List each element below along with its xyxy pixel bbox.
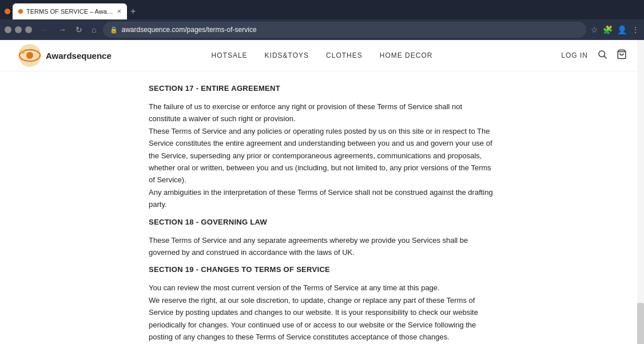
svg-point-2 xyxy=(26,52,33,59)
logo-text: Awardsequence xyxy=(46,51,112,61)
back-button[interactable]: ← xyxy=(39,24,51,35)
page-content: SECTION 17 - ENTIRE AGREEMENT The failur… xyxy=(0,71,644,344)
section-19-body: You can review the most current version … xyxy=(149,282,495,343)
section-18-heading: SECTION 18 - GOVERNING LAW xyxy=(149,217,495,229)
bookmark-button[interactable]: ☆ xyxy=(591,25,598,34)
scrollbar-thumb[interactable] xyxy=(637,303,644,344)
forward-button[interactable]: → xyxy=(56,24,69,35)
address-text: awardsequence.com/pages/terms-of-service xyxy=(121,26,579,34)
section-18-body: These Terms of Service and any separate … xyxy=(149,234,495,259)
reload-button[interactable]: ↻ xyxy=(73,24,85,35)
cart-icon xyxy=(617,49,627,59)
section-17-heading: SECTION 17 - ENTIRE AGREEMENT xyxy=(149,83,495,95)
menu-button[interactable]: ⋮ xyxy=(631,25,639,34)
search-icon xyxy=(597,49,607,59)
section-18: SECTION 18 - GOVERNING LAW These Terms o… xyxy=(149,217,495,259)
profile-button[interactable]: 👤 xyxy=(617,25,627,34)
lock-icon: 🔒 xyxy=(110,26,118,34)
tab-close-button[interactable]: × xyxy=(117,7,121,15)
nav-clothes[interactable]: CLOTHES xyxy=(326,51,363,59)
browser-controls: ← → ↻ ⌂ 🔒 awardsequence.com/pages/terms-… xyxy=(0,19,644,40)
section-19-heading: SECTION 19 - CHANGES TO TERMS OF SERVICE xyxy=(149,264,495,276)
nav-kidstoys[interactable]: KIDS&TOYS xyxy=(265,51,309,59)
section-17-p3: Any ambiguities in the interpretation of… xyxy=(149,186,495,211)
logo-area[interactable]: Awardsequence xyxy=(17,43,112,68)
extensions-button[interactable]: 🧩 xyxy=(603,25,613,34)
section-19-p2: We reserve the right, at our sole discre… xyxy=(149,294,495,343)
nav-links: HOTSALE KIDS&TOYS CLOTHES HOME DECOR xyxy=(212,51,433,59)
svg-line-5 xyxy=(604,56,606,58)
section-19-p1: You can review the most current version … xyxy=(149,282,495,294)
login-link[interactable]: LOG IN xyxy=(561,51,588,59)
svg-point-3 xyxy=(21,50,25,54)
section-17: SECTION 17 - ENTIRE AGREEMENT The failur… xyxy=(149,83,495,211)
browser-chrome: TERMS OF SERVICE – Awardsq... × + ← → ↻ … xyxy=(0,0,644,40)
minimize-button[interactable] xyxy=(5,26,11,33)
window-controls xyxy=(5,26,32,33)
browser-actions: ☆ 🧩 👤 ⋮ xyxy=(591,25,639,34)
cart-button[interactable] xyxy=(617,49,627,62)
section-18-p1: These Terms of Service and any separate … xyxy=(149,234,495,259)
nav-actions: LOG IN xyxy=(561,49,627,62)
tab-favicon xyxy=(18,9,23,14)
tab-title: TERMS OF SERVICE – Awardsq... xyxy=(26,8,114,15)
logo-icon xyxy=(17,43,42,68)
nav-hotsale[interactable]: HOTSALE xyxy=(212,51,248,59)
search-button[interactable] xyxy=(597,49,607,62)
section-17-p2: These Terms of Service and any policies … xyxy=(149,125,495,186)
section-19: SECTION 19 - CHANGES TO TERMS OF SERVICE… xyxy=(149,264,495,343)
tab-bar: TERMS OF SERVICE – Awardsq... × + xyxy=(0,0,644,19)
svg-point-4 xyxy=(599,51,605,57)
scrollbar-track xyxy=(637,40,644,344)
address-domain: awardsequence.com xyxy=(121,26,185,34)
tab-favicon-area xyxy=(5,9,10,14)
section-17-body: The failure of us to exercise or enforce… xyxy=(149,101,495,211)
close-button[interactable] xyxy=(25,26,32,33)
maximize-button[interactable] xyxy=(15,26,22,33)
website: Awardsequence HOTSALE KIDS&TOYS CLOTHES … xyxy=(0,40,644,344)
favicon-icon xyxy=(5,9,10,14)
active-tab[interactable]: TERMS OF SERVICE – Awardsq... × xyxy=(13,3,127,19)
new-tab-button[interactable]: + xyxy=(130,6,136,17)
address-path: /pages/terms-of-service xyxy=(185,26,256,34)
section-17-p1: The failure of us to exercise or enforce… xyxy=(149,101,495,125)
address-bar[interactable]: 🔒 awardsequence.com/pages/terms-of-servi… xyxy=(103,22,586,38)
nav-homedecor[interactable]: HOME DECOR xyxy=(380,51,433,59)
home-button[interactable]: ⌂ xyxy=(89,24,98,35)
site-nav: Awardsequence HOTSALE KIDS&TOYS CLOTHES … xyxy=(0,40,644,71)
